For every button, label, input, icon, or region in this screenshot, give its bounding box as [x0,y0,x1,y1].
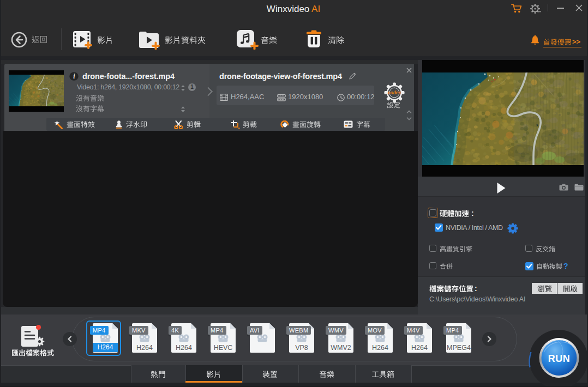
svg-text:codec: codec [388,90,401,95]
svg-text:RUN: RUN [548,353,571,364]
